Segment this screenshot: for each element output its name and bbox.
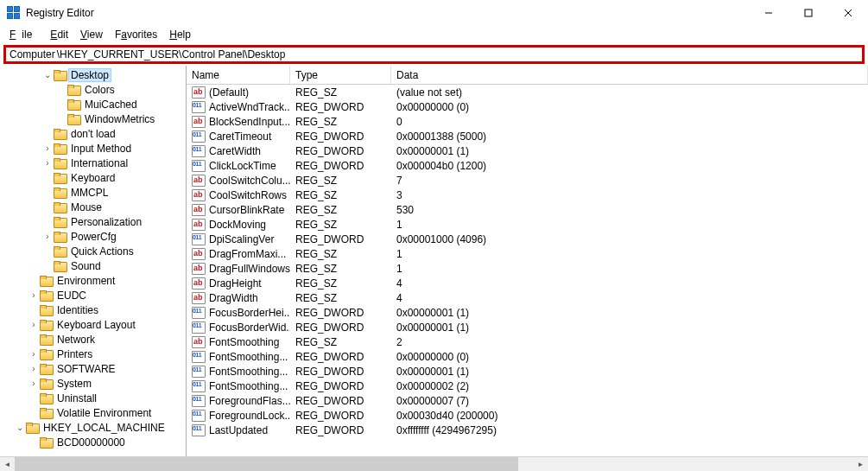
col-name[interactable]: Name [187,66,290,84]
tree-item[interactable]: ›Input Method [0,141,186,156]
value-row[interactable]: ClickLockTimeREG_DWORD0x000004b0 (1200) [187,158,868,173]
tree-item[interactable]: ›Keyboard Layout [0,317,186,332]
chevron-right-icon[interactable]: › [28,320,40,329]
value-row[interactable]: DragFullWindowsREG_SZ1 [187,261,868,276]
value-data: 1 [391,219,868,231]
tree-item[interactable]: ·BCD00000000 [0,435,186,449]
value-type: REG_DWORD [290,101,391,113]
menu-favorites[interactable]: Favorites [109,27,163,42]
value-data: 0x00030d40 (200000) [391,410,868,422]
tree-item-label: Identities [55,304,100,316]
col-data[interactable]: Data [391,66,868,84]
chevron-right-icon[interactable]: › [28,379,40,388]
menu-help[interactable]: Help [163,27,197,42]
tree-item[interactable]: ·Uninstall [0,391,186,405]
value-row[interactable]: DragWidthREG_SZ4 [187,290,868,305]
chevron-right-icon[interactable]: › [41,232,54,241]
maximize-button[interactable] [789,0,828,26]
value-name: CaretWidth [209,145,261,157]
value-row[interactable]: DragFromMaxi...REG_SZ1 [187,246,868,261]
minimize-button[interactable] [749,0,789,26]
tree-item[interactable]: ⌄HKEY_LOCAL_MACHINE [0,420,186,435]
tree-item[interactable]: ·Environment [0,273,186,288]
scroll-track[interactable] [15,457,853,472]
string-value-icon [192,204,206,216]
menu-view[interactable]: View [74,27,109,42]
value-row[interactable]: CoolSwitchRowsREG_SZ3 [187,188,868,202]
tree-item[interactable]: ›EUDC [0,288,186,302]
tree-item[interactable]: ›SOFTWARE [0,361,186,376]
value-row[interactable]: ForegroundLock...REG_DWORD0x00030d40 (20… [187,408,868,423]
values-pane: Name Type Data (Default)REG_SZ(value not… [187,66,868,456]
titlebar[interactable]: Registry Editor [0,0,868,26]
tree-item[interactable]: ·Keyboard [0,170,186,185]
menu-edit[interactable]: Edit [44,27,74,42]
string-value-icon [192,277,206,290]
tree-item[interactable]: ·MMCPL [0,185,186,200]
tree-item[interactable]: ·Quick Actions [0,244,186,258]
tree-item[interactable]: ›System [0,376,186,391]
list-body[interactable]: (Default)REG_SZ(value not set)ActiveWndT… [187,85,868,456]
value-row[interactable]: (Default)REG_SZ(value not set) [187,85,868,99]
horizontal-scrollbar[interactable]: ◄ ► [0,456,868,471]
value-row[interactable]: LastUpdatedREG_DWORD0xffffffff (42949672… [187,423,868,437]
binary-value-icon [192,307,206,319]
tree-item[interactable]: ›International [0,156,186,170]
value-row[interactable]: FontSmoothing...REG_DWORD0x00000001 (1) [187,364,868,379]
close-button[interactable] [828,0,868,26]
chevron-right-icon[interactable]: › [28,364,40,373]
value-type: REG_DWORD [290,321,391,334]
address-bar[interactable]: Computer\HKEY_CURRENT_USER\Control Panel… [3,45,865,64]
menu-file[interactable]: File [3,27,44,42]
tree-item[interactable]: ·Identities [0,302,186,317]
value-row[interactable]: DockMovingREG_SZ1 [187,217,868,232]
tree-item[interactable]: ›Printers [0,347,186,361]
chevron-right-icon[interactable]: › [41,143,54,153]
chevron-right-icon[interactable]: › [28,349,40,359]
tree-item[interactable]: ⌄Desktop [0,67,186,82]
tree-item-label: Sound [69,260,103,272]
tree-item[interactable]: ·don't load [0,126,186,141]
tree-item[interactable]: ·Sound [0,258,186,273]
col-type[interactable]: Type [290,66,391,84]
value-row[interactable]: FocusBorderWid...REG_DWORD0x00000001 (1) [187,320,868,334]
tree-pane[interactable]: ⌄Desktop·Colors·MuiCached·WindowMetrics·… [0,66,187,456]
value-row[interactable]: FocusBorderHei...REG_DWORD0x00000001 (1) [187,305,868,320]
value-row[interactable]: CoolSwitchColu...REG_SZ7 [187,173,868,188]
tree-item[interactable]: ·Network [0,332,186,347]
value-name: FontSmoothing... [209,351,288,363]
folder-icon [40,349,52,360]
value-data: 1 [391,248,868,260]
tree-item[interactable]: ·Volatile Environment [0,405,186,420]
scroll-left-button[interactable]: ◄ [0,457,15,472]
folder-icon [54,158,66,169]
value-name: (Default) [209,86,249,99]
tree-item-label: HKEY_LOCAL_MACHINE [41,422,167,434]
chevron-right-icon[interactable]: › [41,158,54,168]
tree-item[interactable]: ›PowerCfg [0,229,186,244]
tree-item[interactable]: ·WindowMetrics [0,111,186,126]
tree-item[interactable]: ·MuiCached [0,97,186,111]
value-row[interactable]: ForegroundFlas...REG_DWORD0x00000007 (7) [187,393,868,408]
tree-item[interactable]: ·Mouse [0,200,186,214]
value-row[interactable]: BlockSendInput...REG_SZ0 [187,114,868,129]
value-row[interactable]: DpiScalingVerREG_DWORD0x00001000 (4096) [187,232,868,246]
tree-item[interactable]: ·Personalization [0,214,186,229]
value-row[interactable]: CaretTimeoutREG_DWORD0x00001388 (5000) [187,129,868,143]
scroll-right-button[interactable]: ► [853,457,868,472]
svg-rect-1 [805,10,812,16]
value-row[interactable]: CursorBlinkRateREG_SZ530 [187,202,868,217]
value-row[interactable]: DragHeightREG_SZ4 [187,276,868,290]
chevron-right-icon[interactable]: › [28,290,40,300]
value-row[interactable]: FontSmoothingREG_SZ2 [187,334,868,349]
chevron-down-icon[interactable]: ⌄ [14,423,26,432]
chevron-down-icon[interactable]: ⌄ [41,70,54,80]
binary-value-icon [192,424,206,436]
value-row[interactable]: FontSmoothing...REG_DWORD0x00000000 (0) [187,349,868,364]
value-row[interactable]: CaretWidthREG_DWORD0x00000001 (1) [187,143,868,158]
value-data: 4 [391,277,868,290]
value-row[interactable]: ActiveWndTrack...REG_DWORD0x00000000 (0) [187,99,868,114]
value-row[interactable]: FontSmoothing...REG_DWORD0x00000002 (2) [187,379,868,393]
tree-item[interactable]: ·Colors [0,82,186,97]
scroll-thumb[interactable] [15,457,518,472]
